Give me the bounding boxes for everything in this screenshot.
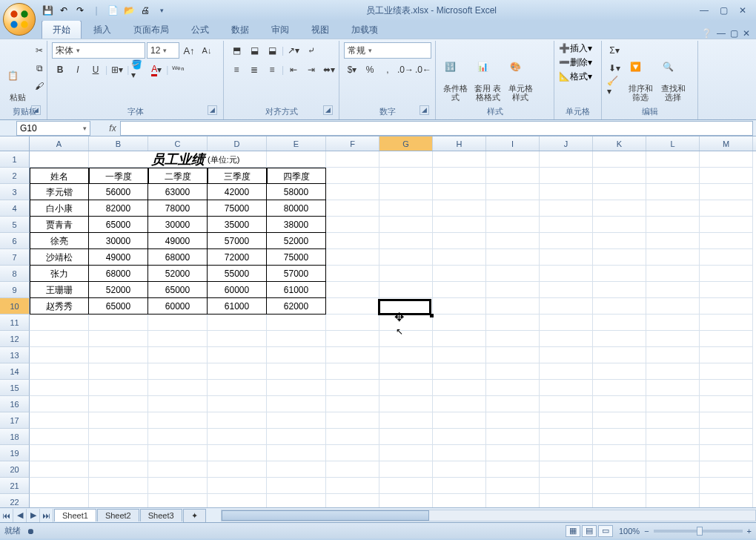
cell[interactable] xyxy=(593,217,646,233)
cell[interactable]: 一季度 xyxy=(89,168,148,184)
cell[interactable] xyxy=(540,151,593,168)
cell[interactable] xyxy=(646,396,700,412)
cell[interactable] xyxy=(267,478,326,494)
cell[interactable] xyxy=(89,412,148,429)
cell[interactable] xyxy=(540,445,593,461)
cell[interactable] xyxy=(326,249,379,266)
cell[interactable] xyxy=(326,266,379,282)
cell[interactable] xyxy=(486,266,540,282)
cell[interactable] xyxy=(486,315,540,331)
cell[interactable] xyxy=(379,363,433,380)
cell[interactable] xyxy=(267,396,326,412)
macro-record-icon[interactable]: ⏺ xyxy=(27,527,35,536)
cell[interactable] xyxy=(593,200,646,217)
align-bottom-button[interactable]: ⬓ xyxy=(264,42,280,59)
cell[interactable] xyxy=(326,217,379,233)
cell[interactable] xyxy=(700,249,753,266)
cell[interactable]: 56000 xyxy=(89,184,148,200)
cell-styles-button[interactable]: 🎨单元格 样式 xyxy=(505,42,535,102)
horizontal-scrollbar[interactable] xyxy=(221,510,756,521)
cell[interactable] xyxy=(326,233,379,249)
print-icon[interactable]: 🖨 xyxy=(139,4,151,16)
cell[interactable] xyxy=(379,478,433,494)
align-launcher[interactable]: ◢ xyxy=(323,105,333,115)
col-header[interactable]: J xyxy=(540,136,593,151)
cell[interactable] xyxy=(593,494,646,507)
cell[interactable] xyxy=(379,380,433,396)
cell[interactable] xyxy=(267,429,326,445)
cell[interactable] xyxy=(593,396,646,412)
find-select-button[interactable]: 🔍查找和 选择 xyxy=(658,42,688,102)
cell[interactable] xyxy=(326,478,379,494)
cell[interactable]: 赵秀秀 xyxy=(30,298,89,315)
cell[interactable] xyxy=(208,412,267,429)
cell[interactable] xyxy=(208,315,267,331)
cell[interactable] xyxy=(700,217,753,233)
page-layout-view-button[interactable]: ▤ xyxy=(582,525,597,537)
cell[interactable]: 沙靖松 xyxy=(30,249,89,266)
cell[interactable] xyxy=(646,249,700,266)
cell[interactable] xyxy=(30,429,89,445)
cell[interactable] xyxy=(267,347,326,363)
cell[interactable] xyxy=(208,380,267,396)
cell[interactable] xyxy=(30,478,89,494)
cell[interactable] xyxy=(326,298,379,315)
cell[interactable] xyxy=(267,494,326,507)
format-table-button[interactable]: 📊套用 表格格式 xyxy=(473,42,503,102)
save-icon[interactable]: 💾 xyxy=(42,4,53,16)
font-size-combo[interactable]: 12▾ xyxy=(147,42,179,59)
cell[interactable]: 60000 xyxy=(208,282,267,298)
cell[interactable] xyxy=(208,331,267,347)
row-header[interactable]: 17 xyxy=(0,412,30,429)
row-header[interactable]: 15 xyxy=(0,380,30,396)
cell[interactable] xyxy=(433,315,486,331)
cell[interactable] xyxy=(540,217,593,233)
cell[interactable] xyxy=(379,298,433,315)
cell[interactable] xyxy=(486,249,540,266)
col-header[interactable]: H xyxy=(433,136,486,151)
cell[interactable] xyxy=(433,282,486,298)
cell[interactable] xyxy=(326,412,379,429)
cell[interactable] xyxy=(486,184,540,200)
cell[interactable] xyxy=(540,298,593,315)
conditional-format-button[interactable]: 🔢条件格式 xyxy=(440,42,470,102)
cell[interactable] xyxy=(486,217,540,233)
cell[interactable] xyxy=(326,347,379,363)
cell[interactable]: 张力 xyxy=(30,266,89,282)
row-header[interactable]: 7 xyxy=(0,249,30,266)
cell[interactable] xyxy=(540,249,593,266)
cell[interactable] xyxy=(148,445,208,461)
cell[interactable]: 30000 xyxy=(89,233,148,249)
tab-home[interactable]: 开始 xyxy=(42,20,82,39)
formula-input[interactable] xyxy=(120,121,753,136)
cell[interactable] xyxy=(486,151,540,168)
cell[interactable]: 员工业绩表 xyxy=(148,151,208,168)
new-icon[interactable]: 📄 xyxy=(107,4,119,16)
cell[interactable] xyxy=(89,151,148,168)
tab-formulas[interactable]: 公式 xyxy=(181,21,219,39)
row-header[interactable]: 11 xyxy=(0,315,30,331)
cell[interactable] xyxy=(326,494,379,507)
cell[interactable] xyxy=(326,461,379,478)
wrap-text-button[interactable]: ⤶ xyxy=(303,42,319,59)
increase-decimal-button[interactable]: .0→ xyxy=(397,62,414,78)
cell[interactable]: 贾青青 xyxy=(30,217,89,233)
cell[interactable]: 徐亮 xyxy=(30,233,89,249)
decrease-font-button[interactable]: A↓ xyxy=(199,42,215,59)
cell[interactable] xyxy=(30,396,89,412)
cell[interactable] xyxy=(593,429,646,445)
clipboard-launcher[interactable]: ◢ xyxy=(31,105,41,115)
cell[interactable]: 38000 xyxy=(267,217,326,233)
cell[interactable] xyxy=(540,478,593,494)
cell[interactable] xyxy=(326,168,379,184)
row-header[interactable]: 2 xyxy=(0,168,30,184)
decrease-decimal-button[interactable]: .0← xyxy=(415,62,431,78)
cell[interactable] xyxy=(433,184,486,200)
cell[interactable] xyxy=(646,233,700,249)
cell[interactable] xyxy=(148,396,208,412)
cell[interactable] xyxy=(379,184,433,200)
cell[interactable] xyxy=(30,494,89,507)
col-header[interactable]: G xyxy=(379,136,433,151)
cell[interactable] xyxy=(486,494,540,507)
insert-cells-button[interactable]: ➕插入▾ xyxy=(559,42,592,55)
